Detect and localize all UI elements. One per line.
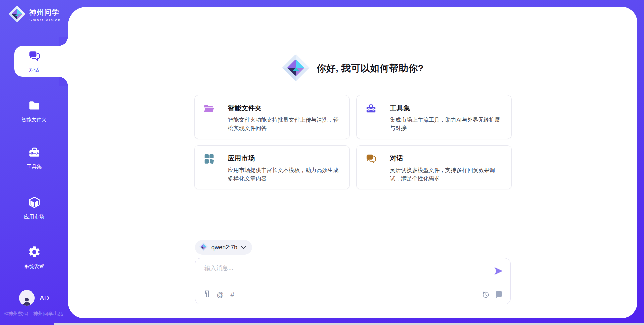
card-description: 智能文件夹功能支持批量文件上传与清洗，轻松实现文件问答: [228, 116, 340, 132]
sidebar-item-app-market[interactable]: 应用市场: [0, 196, 68, 220]
card-smart-folder[interactable]: 智能文件夹 智能文件夹功能支持批量文件上传与清洗，轻松实现文件问答: [194, 95, 350, 139]
chat-bubble-icon[interactable]: [495, 291, 503, 298]
message-composer: @ #: [195, 258, 511, 304]
chat-icon: [365, 153, 377, 165]
feature-cards: 智能文件夹 智能文件夹功能支持批量文件上传与清洗，轻松实现文件问答 工具集 集成…: [194, 95, 512, 189]
sidebar-item-label: 智能文件夹: [21, 117, 47, 123]
diamond-logo-icon: [282, 54, 310, 83]
message-input[interactable]: [204, 264, 479, 282]
composer-divider: [204, 284, 501, 284]
card-description: 应用市场提供丰富长文本模板，助力高效生成多样化文章内容: [228, 166, 340, 183]
sidebar-item-label: 应用市场: [24, 214, 44, 220]
copyright-text: ©神州数码 · 神州问学出品: [4, 311, 63, 317]
card-title: 智能文件夹: [228, 104, 340, 113]
user-profile[interactable]: AD: [0, 290, 68, 306]
composer-section: qwen2:7b @: [195, 240, 511, 304]
grid-icon: [203, 153, 215, 165]
at-icon[interactable]: @: [217, 291, 224, 298]
folder-icon: [28, 99, 41, 113]
main-content-panel: 你好, 我可以如何帮助你? 智能文件夹 智能文件夹功能支持批量文件上传与清洗，轻…: [68, 7, 637, 318]
card-title: 对话: [390, 154, 502, 163]
card-description: 集成市场上主流工具，助力AI与外界无缝扩展与对接: [390, 116, 502, 132]
model-selector[interactable]: qwen2:7b: [195, 240, 252, 255]
greeting-title: 你好, 我可以如何帮助你?: [317, 62, 424, 75]
card-chat[interactable]: 对话 灵活切换多模型文件，支持多样回复效果调试，满足个性化需求: [356, 145, 512, 189]
brand-name: 神州问学: [29, 8, 61, 17]
sidebar-item-label: 对话: [29, 67, 39, 73]
composer-right-actions: [482, 290, 503, 299]
card-title: 应用市场: [228, 154, 340, 163]
chevron-down-icon: [241, 244, 246, 250]
sidebar-item-chat[interactable]: 对话: [0, 50, 68, 73]
brand-subtitle: Smart Vision: [29, 18, 61, 22]
toolbox-icon: [28, 146, 41, 160]
horizontal-scrollbar[interactable]: [54, 323, 644, 325]
send-icon: [493, 266, 503, 276]
sidebar: 神州问学 Smart Vision 对话 智能文件夹: [0, 0, 68, 325]
briefcase-icon: [365, 103, 377, 114]
cube-icon: [28, 196, 41, 210]
composer-toolbar: @ #: [204, 290, 234, 299]
sidebar-item-toolbox[interactable]: 工具集: [0, 146, 68, 170]
sidebar-item-label: 工具集: [26, 164, 42, 170]
avatar: [19, 290, 35, 306]
card-description: 灵活切换多模型文件，支持多样回复效果调试，满足个性化需求: [390, 166, 502, 183]
card-toolbox[interactable]: 工具集 集成市场上主流工具，助力AI与外界无缝扩展与对接: [356, 95, 512, 139]
sidebar-item-label: 系统设置: [24, 263, 44, 270]
user-initials: AD: [40, 294, 49, 302]
diamond-logo-icon: [8, 5, 26, 24]
chat-icon: [28, 50, 41, 64]
sidebar-item-smart-folder[interactable]: 智能文件夹: [0, 99, 68, 123]
gear-icon: [28, 245, 41, 260]
sidebar-item-settings[interactable]: 系统设置: [0, 245, 68, 270]
brand-logo-row: 神州问学 Smart Vision: [8, 5, 61, 24]
send-button[interactable]: [493, 266, 503, 276]
diamond-logo-icon: [199, 242, 208, 253]
person-icon: [22, 296, 32, 306]
history-icon[interactable]: [482, 290, 490, 299]
hash-icon[interactable]: #: [230, 291, 234, 298]
paperclip-icon[interactable]: [204, 290, 210, 299]
model-name: qwen2:7b: [211, 244, 237, 251]
card-app-market[interactable]: 应用市场 应用市场提供丰富长文本模板，助力高效生成多样化文章内容: [194, 145, 350, 189]
greeting-row: 你好, 我可以如何帮助你?: [282, 54, 424, 83]
brand-text: 神州问学 Smart Vision: [29, 8, 61, 22]
folder-open-icon: [203, 103, 215, 114]
card-title: 工具集: [390, 104, 502, 113]
